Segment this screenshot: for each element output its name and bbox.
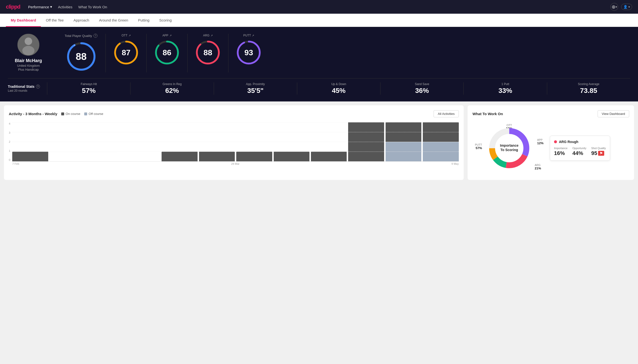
tab-scoring[interactable]: Scoring	[154, 14, 176, 27]
y-label-1: 1	[9, 149, 10, 152]
y-label-3: 3	[9, 131, 10, 134]
tab-putting[interactable]: Putting	[133, 14, 154, 27]
svg-point-2	[22, 46, 35, 55]
player-section: Blair McHarg United Kingdom Plus Handica…	[8, 34, 630, 72]
tab-around-the-green[interactable]: Around the Green	[94, 14, 133, 27]
arrow-up-icon: ↗	[129, 34, 131, 37]
score-app: APP ↗ 86	[147, 34, 187, 72]
metric-opportunity: Opportunity 44%	[572, 147, 586, 156]
bar-group-11	[386, 122, 421, 161]
stat-up-and-down: Up & Down 45%	[297, 82, 380, 94]
info-metrics: Importance 16% Opportunity 44% Shot Qual…	[554, 147, 606, 156]
nav-performance[interactable]: Performance ▾	[28, 5, 52, 9]
stats-row: Traditional Stats ? Last 20 rounds Fairw…	[8, 78, 630, 94]
total-quality-value: 88	[76, 51, 87, 62]
ott-value: 87	[122, 48, 130, 57]
stat-fairways-hit: Fairways Hit 57%	[47, 82, 130, 94]
what-panel-title: What To Work On	[473, 112, 503, 116]
x-label-mar: 28 Mar	[231, 162, 240, 165]
help-icon[interactable]: ?	[36, 84, 40, 88]
activity-panel-header: Activity - 3 Months - Weekly On course O…	[9, 110, 459, 117]
player-handicap: Plus Handicap	[18, 68, 39, 72]
nav-activities[interactable]: Activities	[58, 5, 73, 9]
chart-bars	[12, 122, 459, 161]
user-menu[interactable]: 👤 ▾	[621, 4, 632, 10]
activity-panel: Activity - 3 Months - Weekly On course O…	[4, 105, 464, 180]
tab-bar: My Dashboard Off the Tee Approach Around…	[0, 14, 638, 27]
y-label-2: 2	[9, 140, 10, 143]
tab-approach[interactable]: Approach	[69, 14, 94, 27]
logo[interactable]: clippd	[6, 4, 20, 10]
bar-group-8	[274, 122, 309, 161]
score-putt: PUTT ↗ 93	[229, 34, 269, 72]
arg-circle: 88	[194, 39, 221, 66]
player-name: Blair McHarg	[15, 58, 42, 63]
x-label-may: 9 May	[452, 162, 459, 165]
stat-sand-save: Sand Save 36%	[380, 82, 464, 94]
quality-label: Total Player Quality ?	[65, 34, 97, 38]
tab-off-the-tee[interactable]: Off the Tee	[41, 14, 69, 27]
score-arg: ARG ↗ 88	[187, 34, 229, 72]
on-course-dot	[61, 112, 64, 116]
bottom-panels: Activity - 3 Months - Weekly On course O…	[0, 102, 638, 184]
trad-stats-period: Last 20 rounds	[8, 89, 41, 92]
player-info: Blair McHarg United Kingdom Plus Handica…	[8, 34, 57, 72]
bar-group-4	[124, 122, 160, 161]
stat-app-proximity: App. Proximity 35'5"	[214, 82, 297, 94]
hero-section: Blair McHarg United Kingdom Plus Handica…	[0, 27, 638, 102]
donut-container: OTT 10% APP 12% ARG 21% PUTT 57%	[473, 121, 629, 175]
putt-label: PUTT 57%	[475, 143, 482, 150]
chevron-icon: ▾	[628, 6, 630, 8]
chevron-down-icon: ▾	[50, 5, 52, 9]
what-to-work-on-panel: What To Work On View Dashboard OTT 10% A…	[468, 105, 634, 180]
all-activities-button[interactable]: All Activities	[434, 110, 459, 117]
info-card-header: ARG Rough	[554, 140, 606, 144]
app-label: APP 12%	[537, 138, 543, 145]
view-dashboard-button[interactable]: View Dashboard	[598, 110, 629, 117]
nav-what-to-work-on[interactable]: What To Work On	[78, 5, 107, 9]
arg-label: ARG 21%	[535, 164, 541, 170]
donut-chart-area: OTT 10% APP 12% ARG 21% PUTT 57%	[473, 121, 546, 175]
metric-importance: Importance 16%	[554, 147, 567, 156]
top-nav: clippd Performance ▾ Activities What To …	[0, 0, 638, 14]
chart-legend: On course Off course	[61, 112, 103, 116]
user-icon: 👤	[623, 5, 627, 9]
ott-circle: 87	[113, 39, 140, 66]
x-label-feb: 7 Feb	[12, 162, 19, 165]
scores-section: Total Player Quality ? 88 OTT ↗	[57, 34, 630, 72]
total-quality: Total Player Quality ? 88	[57, 34, 106, 72]
bar-group-7	[236, 122, 272, 161]
bar-group-6	[199, 122, 235, 161]
legend-on-course: On course	[61, 112, 80, 116]
bar-group-3	[87, 122, 123, 161]
y-label-4: 4	[9, 122, 10, 125]
arrow-up-icon: ↗	[252, 34, 254, 37]
bar-group-12	[423, 122, 459, 161]
bar-group-1	[12, 122, 48, 161]
activity-title: Activity - 3 Months - Weekly On course O…	[9, 112, 103, 116]
what-panel-header: What To Work On View Dashboard	[473, 110, 629, 117]
svg-text:To Scoring: To Scoring	[500, 148, 518, 152]
arrow-up-icon: ↗	[169, 34, 172, 37]
putt-value: 93	[244, 48, 253, 57]
app-value: 86	[162, 48, 171, 57]
player-country: United Kingdom	[17, 64, 40, 68]
add-button[interactable]: ⊕ ▾	[610, 3, 618, 11]
y-label-0: 0	[9, 158, 10, 161]
legend-off-course: Off course	[84, 112, 103, 116]
traditional-stats-label: Traditional Stats ? Last 20 rounds	[8, 84, 47, 92]
app-circle: 86	[153, 39, 180, 66]
nav-links: Performance ▾ Activities What To Work On	[28, 5, 602, 9]
stat-greens-in-reg: Greens In Reg 62%	[130, 82, 214, 94]
stat-one-putt: 1 Putt 33%	[464, 82, 547, 94]
bar-group-10	[348, 122, 384, 161]
bar-group-9	[311, 122, 347, 161]
info-card: ARG Rough Importance 16% Opportunity 44%…	[550, 136, 610, 160]
tab-my-dashboard[interactable]: My Dashboard	[6, 14, 41, 27]
svg-text:Importance: Importance	[500, 144, 519, 148]
off-course-dot	[84, 112, 87, 116]
help-icon[interactable]: ?	[94, 34, 97, 38]
score-ott: OTT ↗ 87	[106, 34, 147, 72]
bar-group-2	[50, 122, 85, 161]
chevron-icon: ▾	[616, 6, 617, 8]
